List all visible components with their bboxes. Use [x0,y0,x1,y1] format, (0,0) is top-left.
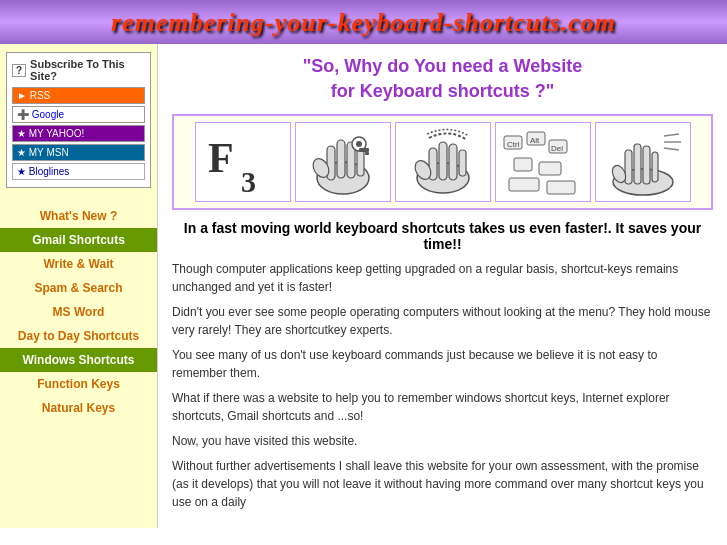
svg-rect-4 [337,140,345,178]
svg-rect-32 [652,152,658,182]
rss-button[interactable]: ► RSS [12,87,145,104]
image-hand2 [395,122,491,202]
svg-line-36 [664,148,679,150]
tagline: "So, Why do You need a Website for Keybo… [172,54,713,104]
svg-rect-11 [365,152,369,155]
sidebar-item-natural-keys[interactable]: Natural Keys [0,396,157,420]
msn-button[interactable]: ★ MY MSN [12,144,145,161]
svg-rect-10 [359,148,369,152]
sidebar-item-spam-search[interactable]: Spam & Search [0,276,157,300]
svg-text:Alt: Alt [530,136,540,145]
svg-rect-16 [459,150,466,176]
sidebar-item-whats-new[interactable]: What's New ? [0,204,157,228]
image-keyboard-scatter: Ctrl Alt Del [495,122,591,202]
svg-rect-22 [539,162,561,175]
sidebar-item-gmail[interactable]: Gmail Shortcuts [0,228,157,252]
sidebar-item-function-keys[interactable]: Function Keys [0,372,157,396]
google-button[interactable]: ➕ Google [12,106,145,123]
sidebar-item-windows-shortcuts[interactable]: Windows Shortcuts [0,348,157,372]
svg-rect-31 [643,146,650,184]
sidebar: ? Subscribe To This Site? ► RSS ➕ Google… [0,44,158,528]
svg-rect-14 [439,142,447,180]
svg-rect-24 [547,181,575,194]
svg-text:3: 3 [241,165,256,197]
svg-text:Ctrl: Ctrl [507,140,520,149]
sidebar-item-ms-word[interactable]: MS Word [0,300,157,324]
image-hand-typing [595,122,691,202]
body-para-5: Now, you have visited this website. [172,432,713,450]
slogan: In a fast moving world keyboard shortcut… [172,220,713,252]
yahoo-button[interactable]: ★ MY YAHOO! [12,125,145,142]
body-para-3: You see many of us don't use keyboard co… [172,346,713,382]
body-para-6: Without further advertisements I shall l… [172,457,713,511]
svg-line-34 [664,134,679,136]
svg-rect-6 [357,148,364,176]
sidebar-item-write-wait[interactable]: Write & Wait [0,252,157,276]
image-f3: F 3 [195,122,291,202]
main-content: "So, Why do You need a Website for Keybo… [158,44,727,528]
svg-text:Del: Del [551,144,563,153]
site-title: remembering-your-keyboard-shortcuts.com [0,8,727,38]
subscribe-box: ? Subscribe To This Site? ► RSS ➕ Google… [6,52,151,188]
image-strip: F 3 [172,114,713,210]
svg-text:F: F [208,135,234,181]
svg-rect-15 [449,144,457,180]
svg-point-9 [356,141,362,147]
body-para-4: What if there was a website to help you … [172,389,713,425]
bloglines-button[interactable]: ★ Bloglines [12,163,145,180]
svg-rect-29 [625,150,632,184]
svg-rect-30 [634,144,641,184]
svg-rect-23 [509,178,539,191]
svg-rect-21 [514,158,532,171]
body-para-1: Though computer applications keep gettin… [172,260,713,296]
image-hand1 [295,122,391,202]
subscribe-title: ? Subscribe To This Site? [12,58,145,82]
question-icon: ? [12,64,26,77]
body-para-2: Didn't you ever see some people operatin… [172,303,713,339]
sidebar-item-day-to-day[interactable]: Day to Day Shortcuts [0,324,157,348]
site-header: remembering-your-keyboard-shortcuts.com [0,0,727,44]
